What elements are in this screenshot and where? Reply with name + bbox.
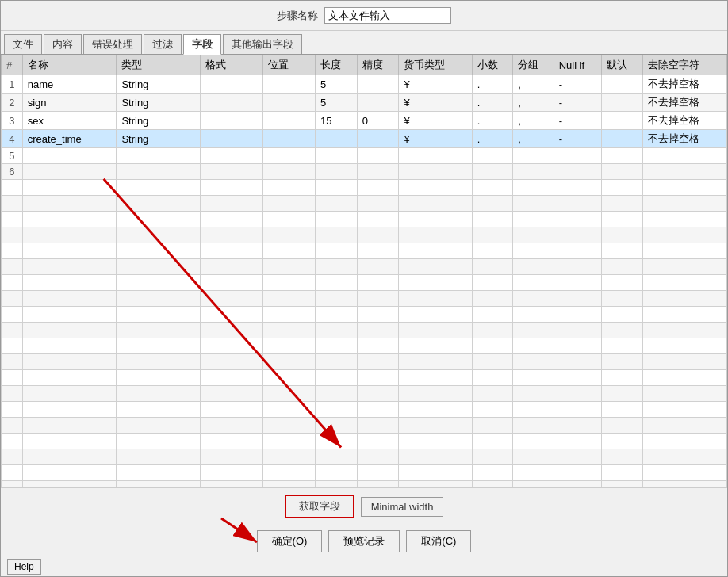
- table-cell[interactable]: [472, 164, 512, 180]
- table-wrapper[interactable]: # 名称 类型 格式 位置 长度 精度 货币类型 小数 分组 Null if 默…: [1, 55, 727, 487]
- table-cell[interactable]: [357, 148, 399, 164]
- table-cell[interactable]: [399, 164, 472, 180]
- preview-button[interactable]: 预览记录: [328, 530, 400, 552]
- table-cell[interactable]: 6: [2, 164, 23, 180]
- table-cell[interactable]: 3: [2, 112, 23, 130]
- table-cell[interactable]: [601, 112, 643, 130]
- table-row[interactable]: 3sexString150¥.,-不去掉空格: [2, 112, 727, 130]
- table-row[interactable]: 6: [2, 164, 727, 180]
- table-cell[interactable]: -: [554, 75, 601, 94]
- table-cell[interactable]: name: [22, 75, 117, 94]
- confirm-button[interactable]: 确定(O): [257, 530, 323, 552]
- step-name-input[interactable]: [324, 7, 451, 24]
- table-cell[interactable]: -: [554, 94, 601, 112]
- table-cell[interactable]: [357, 164, 399, 180]
- tab-other[interactable]: 其他输出字段: [223, 34, 302, 54]
- tab-fields[interactable]: 字段: [183, 34, 221, 55]
- table-cell[interactable]: [200, 94, 262, 112]
- table-cell[interactable]: [263, 112, 316, 130]
- table-cell[interactable]: 不去掉空格: [643, 112, 727, 130]
- table-cell[interactable]: [200, 75, 262, 94]
- table-cell[interactable]: .: [472, 75, 512, 94]
- table-cell[interactable]: ¥: [399, 75, 472, 94]
- table-cell[interactable]: 5: [315, 75, 357, 94]
- table-cell[interactable]: [22, 148, 117, 164]
- table-cell[interactable]: [601, 148, 643, 164]
- table-cell[interactable]: String: [117, 75, 201, 94]
- table-cell[interactable]: [601, 94, 643, 112]
- table-row[interactable]: 2signString5¥.,-不去掉空格: [2, 94, 727, 112]
- help-button[interactable]: Help: [7, 559, 41, 575]
- table-cell[interactable]: [263, 75, 316, 94]
- table-cell[interactable]: [357, 75, 399, 94]
- table-cell[interactable]: [357, 130, 399, 148]
- table-cell[interactable]: [601, 164, 643, 180]
- table-cell[interactable]: [315, 148, 357, 164]
- minimal-width-button[interactable]: Minimal width: [361, 497, 444, 517]
- table-cell[interactable]: [554, 148, 601, 164]
- table-cell[interactable]: [200, 148, 262, 164]
- table-cell[interactable]: [513, 164, 554, 180]
- tab-file[interactable]: 文件: [4, 34, 42, 54]
- table-row[interactable]: 5: [2, 148, 727, 164]
- table-cell[interactable]: ¥: [399, 94, 472, 112]
- table-cell[interactable]: sex: [22, 112, 117, 130]
- table-cell[interactable]: [601, 130, 643, 148]
- table-cell[interactable]: String: [117, 130, 201, 148]
- table-cell[interactable]: 15: [315, 112, 357, 130]
- table-cell[interactable]: 不去掉空格: [643, 94, 727, 112]
- table-cell[interactable]: 0: [357, 112, 399, 130]
- table-cell[interactable]: [22, 164, 117, 180]
- table-cell[interactable]: [643, 148, 727, 164]
- table-cell[interactable]: 2: [2, 94, 23, 112]
- tab-content[interactable]: 内容: [44, 34, 82, 54]
- table-cell[interactable]: String: [117, 94, 201, 112]
- table-cell[interactable]: [357, 94, 399, 112]
- table-row[interactable]: 1nameString5¥.,-不去掉空格: [2, 75, 727, 94]
- tab-filter[interactable]: 过滤: [144, 34, 182, 54]
- table-cell[interactable]: 5: [315, 94, 357, 112]
- table-cell[interactable]: 1: [2, 75, 23, 94]
- table-cell[interactable]: -: [554, 130, 601, 148]
- table-cell[interactable]: [117, 164, 201, 180]
- table-cell[interactable]: ,: [513, 130, 554, 148]
- table-cell[interactable]: create_time: [22, 130, 117, 148]
- table-cell[interactable]: ¥: [399, 112, 472, 130]
- table-cell[interactable]: [315, 164, 357, 180]
- table-cell[interactable]: [117, 148, 201, 164]
- table-cell[interactable]: [472, 148, 512, 164]
- table-cell[interactable]: [263, 94, 316, 112]
- table-cell[interactable]: ,: [513, 112, 554, 130]
- table-cell[interactable]: 不去掉空格: [643, 130, 727, 148]
- table-row[interactable]: 4create_timeString¥.,-不去掉空格: [2, 130, 727, 148]
- table-cell[interactable]: 5: [2, 148, 23, 164]
- table-cell[interactable]: ,: [513, 75, 554, 94]
- table-cell[interactable]: [200, 164, 262, 180]
- table-cell[interactable]: 4: [2, 130, 23, 148]
- table-cell[interactable]: [399, 148, 472, 164]
- table-cell[interactable]: [513, 148, 554, 164]
- cancel-button[interactable]: 取消(C): [406, 530, 471, 552]
- table-cell[interactable]: [643, 164, 727, 180]
- table-cell[interactable]: [263, 148, 316, 164]
- table-cell[interactable]: [200, 130, 262, 148]
- tab-error[interactable]: 错误处理: [83, 34, 142, 54]
- table-cell[interactable]: [263, 164, 316, 180]
- table-cell[interactable]: [554, 164, 601, 180]
- table-cell[interactable]: .: [472, 94, 512, 112]
- table-cell[interactable]: -: [554, 112, 601, 130]
- table-cell[interactable]: ¥: [399, 130, 472, 148]
- table-cell[interactable]: ,: [513, 94, 554, 112]
- table-cell[interactable]: String: [117, 112, 201, 130]
- table-cell[interactable]: .: [472, 112, 512, 130]
- table-cell[interactable]: sign: [22, 94, 117, 112]
- get-fields-button[interactable]: 获取字段: [285, 495, 354, 518]
- table-cell[interactable]: [263, 130, 316, 148]
- table-cell-empty: [643, 449, 727, 465]
- table-cell-empty: [472, 449, 512, 465]
- table-cell[interactable]: [315, 130, 357, 148]
- table-cell[interactable]: 不去掉空格: [643, 75, 727, 94]
- table-cell[interactable]: .: [472, 130, 512, 148]
- table-cell[interactable]: [601, 75, 643, 94]
- table-cell[interactable]: [200, 112, 262, 130]
